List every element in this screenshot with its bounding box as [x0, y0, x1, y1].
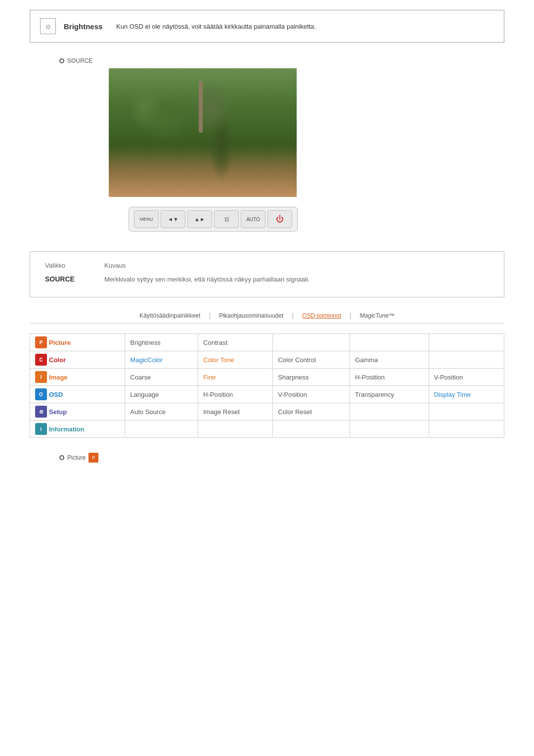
menu-name-osd: OSD: [49, 391, 63, 398]
sub-sharpness[interactable]: Sharpness: [273, 369, 350, 386]
sub-v-position-image[interactable]: V-Position: [429, 369, 504, 386]
osd-menu-table: P Picture Brightness Contrast C Color Ma…: [30, 333, 504, 438]
sub-transparency[interactable]: Transparency: [350, 386, 429, 403]
sub-brightness[interactable]: Brightness: [125, 334, 198, 351]
table-row: P Picture Brightness Contrast: [30, 334, 504, 351]
nav-tabs: Käyttösäädinpainikkeet | Pikaohjausomina…: [30, 312, 504, 324]
table-row: O OSD Language H-Position V-Position Tra…: [30, 386, 504, 403]
menu-button[interactable]: MENU: [134, 210, 159, 228]
menu-cell-information: i Information: [30, 421, 125, 438]
table-header-row: Valikko Kuvaus: [45, 262, 489, 269]
sub-v-position-osd[interactable]: V-Position: [273, 386, 350, 403]
sub-language[interactable]: Language: [125, 386, 198, 403]
picture-label-text: Picture: [67, 454, 86, 461]
source-label: SOURCE: [59, 57, 504, 64]
sub-magiccolor[interactable]: MagicColor: [125, 351, 198, 369]
tab-controls[interactable]: Käyttösäädinpainikkeet: [134, 312, 205, 319]
menu-name-information: Information: [49, 425, 85, 433]
sub-h-position-osd[interactable]: H-Position: [198, 386, 273, 403]
sub-coarse[interactable]: Coarse: [125, 369, 198, 386]
picture-bottom-label: Picture P: [59, 453, 504, 463]
menu-cell-color: C Color: [30, 351, 125, 369]
menu-name-setup: Setup: [49, 408, 67, 416]
menu-cell-picture: P Picture: [30, 334, 125, 351]
sub-display-time[interactable]: Display Time: [429, 386, 504, 403]
sub-gamma[interactable]: Gamma: [350, 351, 429, 369]
col-desc-header: Kuvaus: [104, 262, 126, 269]
picture-icon: P: [35, 336, 47, 348]
source-text: SOURCE: [67, 57, 92, 64]
col-menu-header: Valikko: [45, 262, 85, 269]
monitor-container: [109, 68, 504, 197]
picture-small-icon: P: [89, 453, 98, 463]
menu-cell-image: I Image: [30, 369, 125, 386]
table-data-row: SOURCE Merkkivalo syttyy sen merkiksi, e…: [45, 275, 489, 283]
color-icon: C: [35, 354, 47, 366]
sub-h-position-image[interactable]: H-Position: [350, 369, 429, 386]
menu-cell-setup: ⚙ Setup: [30, 403, 125, 421]
sub-color-tone[interactable]: Color Tone: [198, 351, 273, 369]
sub-color-reset[interactable]: Color Reset: [273, 403, 350, 421]
monitor-image: [109, 68, 297, 197]
osd-icon: O: [35, 388, 47, 400]
sub-fine[interactable]: Fine: [198, 369, 273, 386]
tab-quick[interactable]: Pikaohjausominaisuudet: [214, 312, 288, 319]
source-section: SOURCE MENU ◄▼ ▲► ⊡ AUTO ⏻: [30, 57, 504, 232]
table-row: C Color MagicColor Color Tone Color Cont…: [30, 351, 504, 369]
picture-dot-icon: [59, 455, 64, 460]
menu-cell-osd: O OSD: [30, 386, 125, 403]
source-dot-icon: [59, 58, 64, 63]
menu-name-color: Color: [49, 356, 66, 364]
table-row: i Information: [30, 421, 504, 438]
tab-osd[interactable]: OSD-toiminnot: [297, 312, 346, 319]
nav-sep-3: |: [348, 312, 353, 319]
nav-sep-2: |: [290, 312, 296, 319]
power-button[interactable]: ⏻: [267, 210, 292, 228]
header-title: Brightness: [64, 22, 108, 31]
brightness-icon: ☼: [40, 18, 56, 34]
menu-source-desc: Merkkivalo syttyy sen merkiksi, että näy…: [104, 276, 310, 283]
sub-color-control[interactable]: Color Control: [273, 351, 350, 369]
menu-name-image: Image: [49, 374, 68, 381]
info-table: Valikko Kuvaus SOURCE Merkkivalo syttyy …: [30, 251, 504, 297]
button-bar: MENU ◄▼ ▲► ⊡ AUTO ⏻: [129, 207, 298, 232]
info-icon: i: [35, 423, 47, 435]
left-button[interactable]: ◄▼: [161, 210, 185, 228]
select-button[interactable]: ⊡: [214, 210, 239, 228]
table-row: I Image Coarse Fine Sharpness H-Position…: [30, 369, 504, 386]
nav-sep-1: |: [207, 312, 213, 319]
menu-name-picture: Picture: [49, 339, 71, 346]
table-row: ⚙ Setup Auto Source Image Reset Color Re…: [30, 403, 504, 421]
header-section: ☼ Brightness Kun OSD ei ole näytössä, vo…: [30, 10, 504, 43]
sub-image-reset[interactable]: Image Reset: [198, 403, 273, 421]
setup-icon: ⚙: [35, 406, 47, 418]
tab-magictune[interactable]: MagicTune™: [355, 312, 400, 319]
right-button[interactable]: ▲►: [187, 210, 212, 228]
auto-button[interactable]: AUTO: [241, 210, 266, 228]
header-description: Kun OSD ei ole näytössä, voit säätää kir…: [116, 23, 316, 30]
image-icon: I: [35, 371, 47, 383]
menu-source-value: SOURCE: [45, 275, 85, 283]
sub-auto-source[interactable]: Auto Source: [125, 403, 198, 421]
sub-contrast[interactable]: Contrast: [198, 334, 273, 351]
